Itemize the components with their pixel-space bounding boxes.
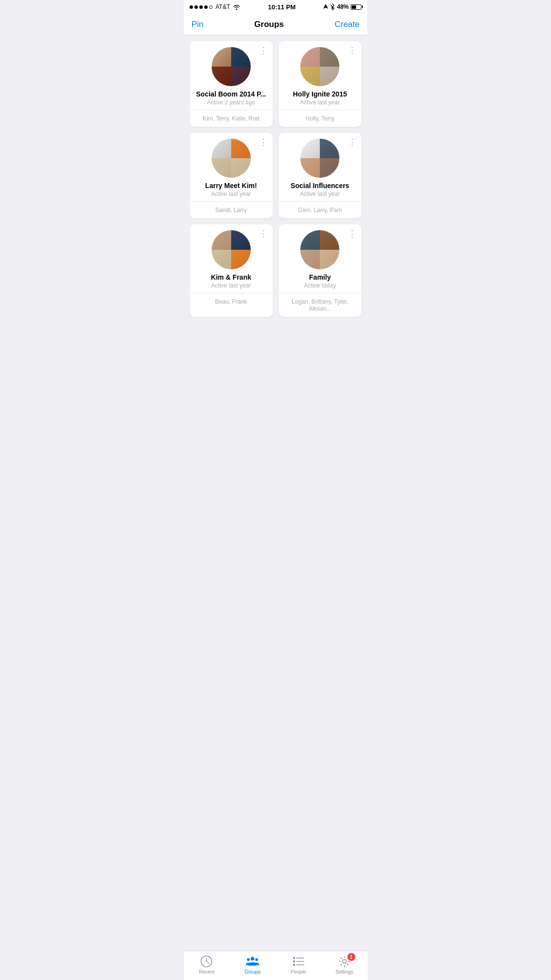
battery-percent: 48% [337,3,349,10]
group-members: Logan, Brittany, Tyler, Alexan... [285,298,356,312]
status-right: 48% [323,3,361,10]
group-avatar [212,139,251,178]
avatar-face-3 [212,67,231,86]
avatar-face-3 [300,250,320,269]
group-name: Social Influencers [290,182,349,190]
group-members: Beau, Frank [195,298,267,305]
group-card-larry-meet-kim[interactable]: ⋮ Larry Meet Kim! Active last year Sandi… [190,133,273,218]
group-name: Family [309,273,331,281]
avatar-face-4 [320,158,339,178]
avatar-face-1 [300,47,320,67]
battery-icon [351,4,361,10]
avatar-face-2 [320,230,339,250]
create-button[interactable]: Create [335,20,359,29]
wifi-icon [233,4,240,10]
avatar-face-4 [320,250,339,269]
group-avatar [300,47,339,86]
pin-button[interactable]: Pin [192,20,204,29]
group-avatar [212,47,251,86]
avatar-face-2 [320,139,339,158]
group-name: Kim & Frank [211,273,251,281]
group-activity: Active last year [211,191,251,197]
group-members: Kim, Terry, Katie, Rod [195,115,267,122]
avatar-face-2 [231,230,251,250]
more-options-icon[interactable]: ⋮ [348,138,357,146]
avatar-face-2 [320,47,339,67]
group-card-social-influencers[interactable]: ⋮ Social Influencers Active last year Gl… [279,133,362,218]
group-members: Glen, Larry, Pam [285,207,356,214]
group-card-top: ⋮ Larry Meet Kim! Active last year [190,133,273,201]
avatar-face-1 [212,139,231,158]
avatar-face-1 [212,230,231,250]
carrier-label: AT&T [216,3,230,10]
group-activity: Active last year [211,282,251,289]
group-card-top: ⋮ Family Active today [279,224,362,293]
bluetooth-icon [330,3,335,10]
group-card-top: ⋮ Social Boom 2014 P... Active 2 years a… [190,41,273,110]
navigation-bar: Pin Groups Create [184,14,367,35]
group-card-bottom: Holly, Terry [279,110,362,127]
avatar-face-3 [300,67,320,86]
avatar-face-2 [231,139,251,158]
group-card-top: ⋮ Social Influencers Active last year [279,133,362,201]
group-card-holly-ignite[interactable]: ⋮ Holly Ignite 2015 Active last year Hol… [279,41,362,127]
group-avatar [300,139,339,178]
group-card-bottom: Logan, Brittany, Tyler, Alexan... [279,293,362,317]
group-card-kim-frank[interactable]: ⋮ Kim & Frank Active last year Beau, Fra… [190,224,273,317]
group-activity: Active last year [300,191,340,197]
group-members: Sandi, Larry [195,207,267,214]
group-card-bottom: Glen, Larry, Pam [279,201,362,218]
group-name: Holly Ignite 2015 [293,90,347,98]
location-icon [323,4,328,10]
group-avatar [300,230,339,269]
avatar-face-4 [231,250,251,269]
group-card-bottom: Kim, Terry, Katie, Rod [190,110,273,127]
group-name: Larry Meet Kim! [205,182,257,190]
status-bar: AT&T 10:11 PM 48% [184,0,367,14]
signal-dot-2 [194,5,198,9]
groups-grid: ⋮ Social Boom 2014 P... Active 2 years a… [184,35,367,323]
group-avatar [212,230,251,269]
avatar-face-1 [300,139,320,158]
battery-fill [352,5,356,9]
signal-dot-4 [204,5,208,9]
avatar-face-4 [320,67,339,86]
avatar-face-2 [231,47,251,67]
group-card-top: ⋮ Kim & Frank Active last year [190,224,273,293]
avatar-face-1 [212,47,231,67]
status-left: AT&T [190,3,240,10]
group-card-bottom: Sandi, Larry [190,201,273,218]
page-title: Groups [254,20,284,29]
group-name: Social Boom 2014 P... [196,90,266,98]
avatar-face-4 [231,158,251,178]
avatar-face-3 [212,250,231,269]
group-activity: Active 2 years ago [207,99,255,106]
group-card-bottom: Beau, Frank [190,293,273,310]
group-card-social-boom[interactable]: ⋮ Social Boom 2014 P... Active 2 years a… [190,41,273,127]
signal-dot-5 [209,5,213,9]
more-options-icon[interactable]: ⋮ [259,46,268,55]
group-members: Holly, Terry [285,115,356,122]
status-time: 10:11 PM [268,3,295,11]
more-options-icon[interactable]: ⋮ [348,46,357,55]
more-options-icon[interactable]: ⋮ [259,138,268,146]
avatar-face-4 [231,67,251,86]
signal-dot-3 [199,5,203,9]
group-card-family[interactable]: ⋮ Family Active today Logan, Brittany, T… [279,224,362,317]
avatar-face-3 [300,158,320,178]
avatar-face-1 [300,230,320,250]
group-activity: Active last year [300,99,340,106]
signal-dot-1 [190,5,193,9]
group-activity: Active today [304,282,336,289]
group-card-top: ⋮ Holly Ignite 2015 Active last year [279,41,362,110]
avatar-face-3 [212,158,231,178]
more-options-icon[interactable]: ⋮ [259,229,268,238]
more-options-icon[interactable]: ⋮ [348,229,357,238]
